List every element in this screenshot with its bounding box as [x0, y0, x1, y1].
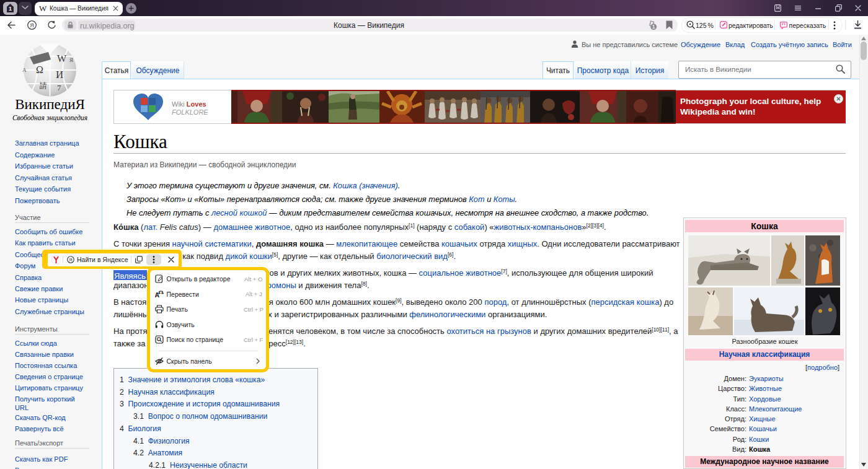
svg-text:И: И — [56, 69, 63, 81]
svg-text:А: А — [22, 67, 27, 73]
svg-text:Я: Я — [69, 57, 73, 63]
svg-text:Я: Я — [30, 22, 34, 28]
svg-text:ВикипедиЯ: ВикипедиЯ — [15, 97, 85, 112]
svg-text:Ω: Ω — [36, 64, 43, 75]
svg-text:Я: Я — [69, 257, 72, 263]
svg-text:1: 1 — [9, 6, 12, 12]
svg-text:7: 7 — [57, 83, 61, 92]
svg-text:W: W — [57, 53, 67, 64]
svg-text:Свободная энциклопедия: Свободная энциклопедия — [12, 114, 87, 122]
svg-text:請: 請 — [40, 81, 47, 90]
svg-text:1: 1 — [652, 24, 655, 30]
